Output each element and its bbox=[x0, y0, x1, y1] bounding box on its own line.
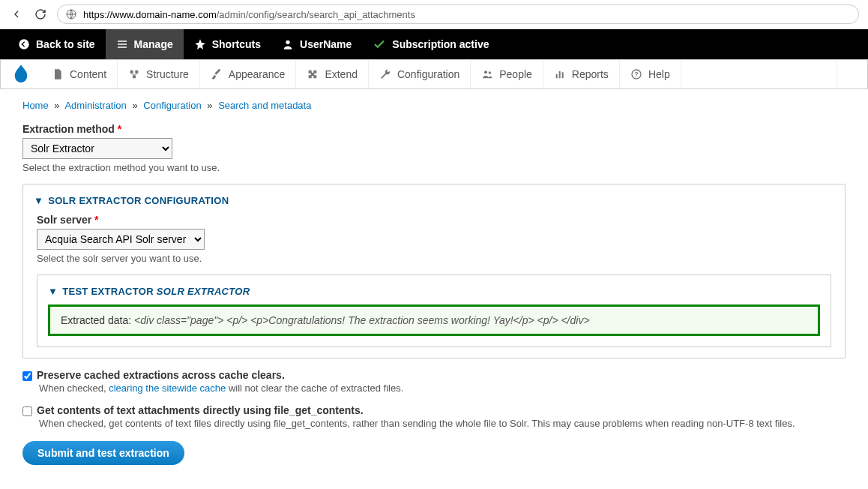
svg-point-3 bbox=[484, 70, 487, 74]
help-icon: ? bbox=[630, 68, 642, 80]
menu-people[interactable]: People bbox=[471, 60, 543, 88]
shortcuts-button[interactable]: Shortcuts bbox=[184, 29, 271, 59]
reports-icon bbox=[554, 68, 566, 80]
getcontents-desc: When checked, get contents of text files… bbox=[39, 418, 846, 429]
star-icon bbox=[194, 38, 206, 50]
solr-config-legend[interactable]: ▼ SOLR EXTRACTOR CONFIGURATION bbox=[34, 195, 834, 206]
clear-cache-link[interactable]: clearing the sitewide cache bbox=[109, 382, 226, 394]
breadcrumb-home[interactable]: Home bbox=[22, 100, 49, 111]
solr-server-desc: Select the solr server you want to use. bbox=[37, 253, 831, 264]
puzzle-icon bbox=[307, 68, 319, 80]
getcontents-checkbox-row: Get contents of text attachments directl… bbox=[22, 404, 846, 416]
menu-appearance[interactable]: Appearance bbox=[200, 60, 297, 88]
getcontents-checkbox[interactable] bbox=[22, 406, 32, 416]
top-toolbar: Back to site Manage Shortcuts UserName S… bbox=[0, 29, 868, 59]
preserve-checkbox[interactable] bbox=[22, 371, 32, 381]
collapse-button[interactable] bbox=[837, 60, 867, 88]
drupal-logo[interactable] bbox=[1, 60, 41, 88]
menu-extend[interactable]: Extend bbox=[296, 60, 369, 88]
extraction-method-select[interactable]: Solr Extractor bbox=[22, 138, 172, 159]
preserve-checkbox-row: Preserve cached extractions across cache… bbox=[22, 369, 846, 381]
structure-icon bbox=[128, 68, 140, 80]
user-icon bbox=[282, 38, 294, 50]
breadcrumb-search[interactable]: Search and metadata bbox=[218, 100, 311, 111]
solr-server-select[interactable]: Acquia Search API Solr server bbox=[37, 229, 205, 250]
chevron-down-icon: ▼ bbox=[48, 286, 58, 297]
breadcrumb-admin[interactable]: Administration bbox=[64, 100, 126, 111]
manage-label: Manage bbox=[134, 38, 173, 50]
status-label: Extracted data: bbox=[61, 314, 134, 326]
status-markup: <div class="page"> <p/> <p>Congratulatio… bbox=[134, 314, 590, 326]
menu-content[interactable]: Content bbox=[41, 60, 118, 88]
submit-button[interactable]: Submit and test extraction bbox=[22, 441, 184, 465]
collapse-icon bbox=[846, 68, 858, 80]
extraction-method-desc: Select the extraction method you want to… bbox=[22, 162, 846, 173]
solr-config-fieldset: ▼ SOLR EXTRACTOR CONFIGURATION Solr serv… bbox=[22, 184, 846, 358]
globe-icon bbox=[65, 8, 77, 20]
status-message: Extracted data: <div class="page"> <p/> … bbox=[48, 304, 820, 336]
extraction-method-field: Extraction method * Solr Extractor Selec… bbox=[22, 123, 846, 173]
breadcrumb-config[interactable]: Configuration bbox=[143, 100, 201, 111]
subscription-button[interactable]: Subscription active bbox=[362, 29, 499, 59]
menu-help[interactable]: ? Help bbox=[620, 60, 681, 88]
extraction-method-label: Extraction method * bbox=[22, 123, 121, 135]
hamburger-icon bbox=[116, 38, 128, 50]
svg-point-4 bbox=[489, 71, 491, 74]
people-icon bbox=[481, 68, 493, 80]
menu-configuration[interactable]: Configuration bbox=[369, 60, 471, 88]
brush-icon bbox=[211, 68, 223, 80]
solr-server-field: Solr server * Acquia Search API Solr ser… bbox=[37, 214, 831, 264]
check-icon bbox=[373, 38, 386, 51]
back-to-site-button[interactable]: Back to site bbox=[7, 29, 106, 59]
manage-button[interactable]: Manage bbox=[106, 29, 184, 59]
chevron-down-icon: ▼ bbox=[34, 195, 43, 206]
preserve-label: Preserve cached extractions across cache… bbox=[37, 369, 285, 381]
solr-server-label: Solr server * bbox=[37, 214, 99, 226]
back-icon[interactable] bbox=[9, 7, 24, 22]
reload-icon[interactable] bbox=[33, 7, 48, 22]
menu-structure[interactable]: Structure bbox=[118, 60, 200, 88]
url-bar[interactable]: https://www.domain-name.com/admin/config… bbox=[57, 4, 859, 24]
menu-reports[interactable]: Reports bbox=[543, 60, 620, 88]
back-to-site-label: Back to site bbox=[36, 38, 95, 50]
svg-point-2 bbox=[286, 40, 289, 44]
username-label: UserName bbox=[300, 38, 352, 50]
file-icon bbox=[52, 68, 64, 80]
arrow-left-circle-icon bbox=[18, 38, 30, 50]
test-extractor-fieldset: ▼ TEST EXTRACTOR SOLR EXTRACTOR Extracte… bbox=[37, 274, 831, 347]
browser-bar: https://www.domain-name.com/admin/config… bbox=[0, 0, 868, 29]
svg-point-1 bbox=[19, 39, 28, 49]
wrench-icon bbox=[379, 68, 391, 80]
admin-menu: Content Structure Appearance Extend Conf… bbox=[0, 59, 868, 89]
content-area: Home » Administration » Configuration » … bbox=[0, 89, 868, 476]
test-extractor-legend[interactable]: ▼ TEST EXTRACTOR SOLR EXTRACTOR bbox=[48, 286, 820, 297]
subscription-label: Subscription active bbox=[392, 38, 489, 50]
user-button[interactable]: UserName bbox=[271, 29, 362, 59]
preserve-desc: When checked, clearing the sitewide cach… bbox=[39, 382, 846, 394]
breadcrumb: Home » Administration » Configuration » … bbox=[22, 100, 846, 111]
svg-text:?: ? bbox=[634, 70, 638, 78]
shortcuts-label: Shortcuts bbox=[212, 38, 261, 50]
drupal-icon bbox=[13, 64, 29, 84]
getcontents-label: Get contents of text attachments directl… bbox=[37, 404, 364, 416]
url-text: https://www.domain-name.com/admin/config… bbox=[83, 9, 415, 20]
